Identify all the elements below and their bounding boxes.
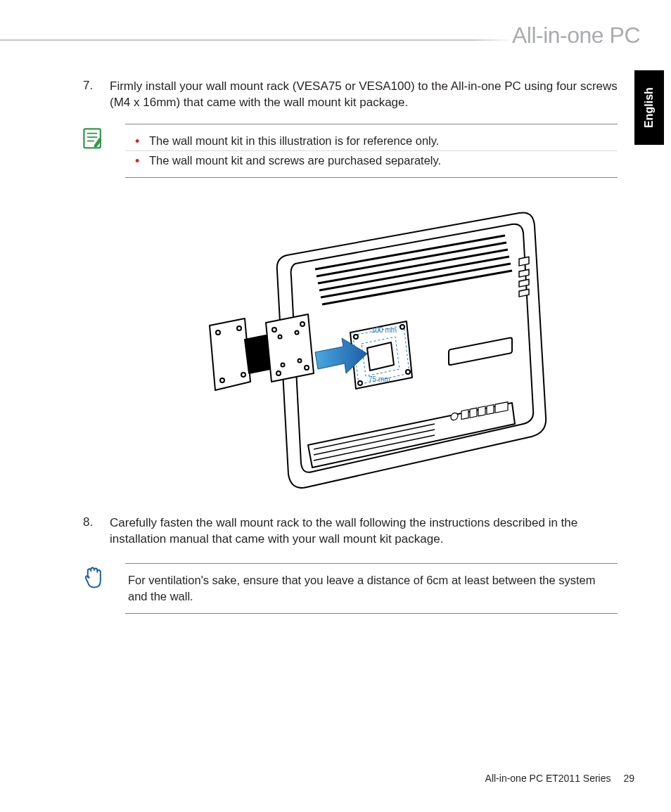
svg-point-30	[241, 373, 245, 377]
svg-point-39	[281, 363, 285, 366]
svg-point-28	[216, 330, 220, 335]
step-text: Carefully fasten the wall mount rack to …	[110, 515, 618, 548]
svg-point-37	[295, 330, 299, 334]
note-icon	[80, 125, 106, 150]
svg-rect-15	[461, 409, 468, 419]
instruction-step-8: 8. Carefully fasten the wall mount rack …	[83, 515, 618, 548]
svg-point-24	[354, 335, 358, 339]
hand-stop-icon	[80, 565, 106, 590]
header-rule	[0, 39, 513, 41]
svg-rect-18	[487, 404, 494, 414]
instruction-step-7: 7. Firmly install your wall mount rack (…	[83, 79, 618, 111]
dim-label-100: 100 mm	[371, 326, 397, 334]
caution-body: For ventilation's sake, ensure that you …	[125, 563, 618, 614]
wall-mount-illustration: 100 mm 75 mm	[139, 192, 561, 494]
svg-rect-16	[470, 408, 477, 418]
svg-point-35	[276, 371, 281, 375]
page-footer: All-in-one PC ET2011 Series 29	[485, 773, 634, 784]
language-tab: English	[634, 70, 664, 145]
svg-point-29	[237, 326, 241, 330]
svg-point-26	[406, 370, 410, 374]
svg-point-33	[300, 322, 305, 326]
svg-point-32	[272, 328, 276, 332]
footer-page-number: 29	[623, 773, 634, 784]
svg-rect-17	[478, 406, 485, 416]
svg-point-31	[220, 378, 224, 382]
svg-point-34	[305, 366, 309, 370]
step-number: 7.	[83, 79, 110, 111]
svg-point-38	[298, 359, 302, 362]
step-number: 8.	[83, 515, 110, 548]
svg-rect-22	[519, 279, 529, 287]
caution-text: For ventilation's sake, ensure that you …	[125, 572, 618, 605]
footer-series: All-in-one PC ET2011 Series	[485, 773, 611, 784]
note-item: The wall mount kit and screws are purcha…	[125, 151, 618, 170]
page-content: 7. Firmly install your wall mount rack (…	[83, 79, 618, 628]
note-item: The wall mount kit in this illustration …	[125, 131, 618, 151]
note-box-reference: The wall mount kit in this illustration …	[80, 124, 618, 178]
step-text: Firmly install your wall mount rack (VES…	[110, 79, 618, 111]
dim-label-75: 75 mm	[369, 375, 390, 383]
svg-rect-21	[519, 269, 529, 277]
language-label: English	[643, 87, 656, 128]
svg-rect-20	[519, 257, 529, 266]
caution-box-ventilation: For ventilation's sake, ensure that you …	[80, 563, 618, 614]
page-header-title: All-in-one PC	[512, 22, 640, 49]
svg-rect-23	[519, 289, 529, 297]
svg-point-36	[279, 335, 282, 338]
svg-point-27	[358, 381, 362, 385]
svg-point-25	[400, 325, 404, 329]
note-body: The wall mount kit in this illustration …	[125, 124, 618, 178]
